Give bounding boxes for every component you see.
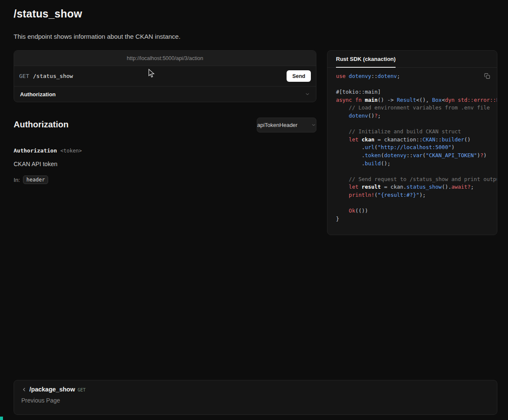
auth-scheme-selected: apiTokenHeader [257,122,298,128]
page-description: This endpoint shows information about th… [14,33,181,40]
endpoint-path: /status_show [33,73,73,79]
code-line: } [336,215,488,223]
auth-param-row: Authorization <token> [14,147,82,154]
send-button[interactable]: Send [287,70,311,82]
previous-page-row: /package_show GET [21,386,490,393]
page-title: /status_show [14,8,82,20]
in-location-badge: header [23,175,48,184]
clipboard-icon [484,73,490,79]
sdk-example-panel: Rust SDK (ckanaction) use dotenvy::doten… [327,50,497,235]
authorization-heading: Authorization [14,120,69,129]
previous-endpoint-path: /package_show [29,386,75,393]
code-line [336,167,488,175]
api-reference-page: /status_show This endpoint shows informa… [0,0,508,420]
code-line: use dotenvy::dotenv; [336,72,488,81]
code-line: .url("http://localhost:5000") [336,144,488,152]
code-line [336,199,488,207]
code-line: // Load environment variables from .env … [336,104,488,112]
chevron-left-icon [21,387,27,392]
code-line: Ok(()) [336,207,488,215]
request-example-panel: http://localhost:5000/api/3/action GET /… [14,50,316,102]
copy-code-button[interactable] [484,73,490,79]
param-type: <token> [60,148,82,154]
code-line: println!("{result:#?}"); [336,191,488,199]
code-area: use dotenvy::dotenv; #[tokio::main]async… [327,68,497,235]
previous-page-label: Previous Page [21,397,490,404]
base-url: http://localhost:5000/api/3/action [14,51,316,66]
previous-endpoint-method: GET [77,386,86,392]
code-line: dotenv()?; [336,112,488,120]
auth-scheme-dropdown[interactable]: apiTokenHeader [257,118,316,132]
corner-artifact [0,417,3,420]
tab-rust-sdk[interactable]: Rust SDK (ckanaction) [336,51,396,68]
sdk-tabbar: Rust SDK (ckanaction) [327,51,497,68]
previous-page-link[interactable]: /package_show GET Previous Page [14,380,497,415]
code-line: .build(); [336,160,488,168]
request-row: GET /status_show Send [14,66,316,86]
code-line: // Initialize and build CKAN struct [336,128,488,136]
authorization-row-label: Authorization [20,91,56,98]
code-line: let result = ckan.status_show().await?; [336,183,488,191]
param-name: Authorization [14,147,57,154]
code-line: #[tokio::main] [336,88,488,96]
in-label: In: [14,177,20,183]
code-line: // Send request to /status_show and prin… [336,175,488,184]
code-line: async fn main() -> Result<(), Box<dyn st… [336,96,488,104]
code-line: let ckan = ckanaction::CKAN::builder() [336,136,488,144]
code-line [336,81,488,89]
http-method-badge: GET [19,73,29,79]
code-block: use dotenvy::dotenv; #[tokio::main]async… [336,72,488,223]
param-location-row: In: header [14,175,48,184]
chevron-down-icon [311,123,316,127]
param-description: CKAN API token [14,161,57,167]
code-line: .token(dotenvy::var("CKAN_API_TOKEN")?) [336,152,488,160]
chevron-down-icon [305,92,310,97]
authorization-collapse-row[interactable]: Authorization [14,86,316,102]
code-line [336,120,488,128]
